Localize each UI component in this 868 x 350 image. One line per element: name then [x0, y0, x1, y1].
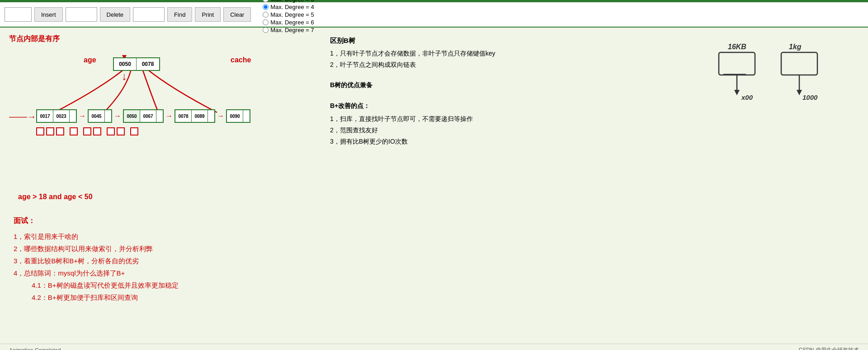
degree-4-label[interactable]: Max. Degree = 4	[263, 4, 314, 10]
left-panel: 节点内部是有序 age cache	[9, 32, 316, 339]
toolbar: Insert Delete Find Print Clear Max. Degr…	[0, 2, 868, 28]
find-button[interactable]: Find	[167, 7, 192, 22]
btree-diff-item-2: 2，叶子节点之间构成双向链表	[330, 59, 570, 70]
svg-text:1000: 1000	[802, 93, 818, 101]
bplus-improvement-2: 2，范围查找友好	[330, 125, 570, 136]
leaf-node-1: 0017 0023	[36, 109, 77, 123]
bplus-improvements: B+改善的点： 1，扫库，直接找叶子节点即可，不需要递归等操作 2，范围查找友好…	[330, 100, 570, 148]
interview-item-3: 3，着重比较B树和B+树，分析各自的优劣	[14, 255, 316, 267]
leaf-arrow-3: →	[165, 112, 173, 120]
right-panel: 区别B树 1，只有叶子节点才会存储数据，非叶子节点只存储键值key 2，叶子节点…	[316, 32, 570, 339]
leaf-arrow-4: →	[217, 112, 224, 120]
degree-3-label[interactable]: Max. Degree = 3	[263, 0, 314, 3]
watermark: CSDN @用生命研发技术	[798, 346, 859, 350]
leaf-node-4: 0078 0089	[175, 109, 215, 123]
interview-item-2: 2，哪些数据结构可以用来做索引，并分析利弊	[14, 243, 316, 255]
clear-button[interactable]: Clear	[223, 7, 251, 22]
leaf-arrow-1: →	[79, 112, 86, 120]
interview-item-1: 1，索引是用来干啥的	[14, 230, 316, 243]
interview-title: 面试：	[14, 215, 316, 228]
svg-text:16KB: 16KB	[728, 43, 746, 51]
data-record-row	[36, 127, 138, 135]
degree-4-text: Max. Degree = 4	[270, 4, 314, 10]
animation-status: Animation Completed	[9, 347, 61, 350]
degree-4-radio[interactable]	[263, 4, 269, 10]
degree-5-label[interactable]: Max. Degree = 5	[263, 11, 314, 18]
print-button[interactable]: Print	[195, 7, 221, 22]
degree-6-label[interactable]: Max. Degree = 6	[263, 19, 314, 26]
btree-diff-text: 1，只有叶子节点才会存储数据，非叶子节点只存储键值key 2，叶子节点之间构成双…	[330, 48, 570, 70]
leaf-arrow-2: →	[114, 112, 121, 120]
interview-item-4-2: 4.2：B+树更加便于扫库和区间查询	[32, 291, 316, 303]
tree-container: age cache 0050 00	[9, 53, 307, 170]
main-content: 节点内部是有序 age cache	[0, 28, 868, 344]
leaf-node-5: 0090	[226, 109, 250, 123]
doodle-area: 16KB x00 1kg 1000	[570, 32, 859, 339]
root-cell-1: 0050	[114, 58, 137, 70]
svg-marker-7	[734, 90, 740, 95]
bplus-advantages: B树的优点兼备	[330, 79, 570, 91]
leaf-node-3: 0050 0067	[123, 109, 164, 123]
svg-text:x00: x00	[741, 93, 753, 101]
bplus-improvements-title: B+改善的点：	[330, 100, 570, 112]
degree-6-text: Max. Degree = 6	[270, 19, 314, 26]
delete-button[interactable]: Delete	[100, 7, 131, 22]
age-label: age	[84, 56, 96, 64]
left-entry-arrow: ——→	[9, 112, 36, 122]
arrow-to-root: ↓	[122, 70, 127, 83]
svg-text:1kg: 1kg	[789, 43, 802, 51]
leaf-row: 0017 0023 → 0045 → 0050 0067 →	[36, 109, 250, 123]
bplus-improvement-3: 3，拥有比B树更少的IO次数	[330, 136, 570, 147]
btree-diff-item-1: 1，只有叶子节点才会存储数据，非叶子节点只存储键值key	[330, 48, 570, 59]
degree-5-text: Max. Degree = 5	[270, 11, 314, 18]
query-label: age > 18 and age < 50	[18, 193, 316, 201]
bplus-improvement-1: 1，扫库，直接找叶子节点即可，不需要递归等操作	[330, 113, 570, 125]
interview-section: 面试： 1，索引是用来干啥的 2，哪些数据结构可以用来做索引，并分析利弊 3，着…	[14, 215, 316, 303]
insert-button[interactable]: Insert	[34, 7, 63, 22]
find-input[interactable]	[133, 7, 165, 22]
btree-diff-title: 区别B树	[330, 37, 570, 45]
degree-6-radio[interactable]	[263, 19, 269, 25]
insert-input[interactable]	[5, 7, 32, 22]
node-ordered-label: 节点内部是有序	[9, 34, 316, 44]
root-cell-2: 0078	[137, 58, 159, 70]
svg-rect-10	[781, 52, 817, 75]
interview-item-4: 4，总结陈词：mysql为什么选择了B+	[14, 267, 316, 279]
bplus-advantages-title: B树的优点兼备	[330, 79, 570, 91]
leaf-node-2: 0045	[88, 109, 112, 123]
interview-item-4-1: 4.1：B+树的磁盘读写代价更低并且效率更加稳定	[32, 279, 316, 291]
svg-marker-12	[797, 90, 802, 95]
degree-3-text: Max. Degree = 3	[270, 0, 314, 3]
degree-radio-group: Max. Degree = 3 Max. Degree = 4 Max. Deg…	[263, 0, 314, 33]
root-node: 0050 0078	[113, 57, 160, 71]
cache-label: cache	[231, 56, 251, 64]
degree-3-radio[interactable]	[263, 0, 269, 2]
doodle-svg: 16KB x00 1kg 1000	[714, 41, 841, 131]
bottom-bar: Animation Completed CSDN @用生命研发技术	[0, 344, 868, 350]
delete-input[interactable]	[66, 7, 97, 22]
svg-rect-3	[719, 52, 755, 75]
degree-5-radio[interactable]	[263, 12, 269, 18]
